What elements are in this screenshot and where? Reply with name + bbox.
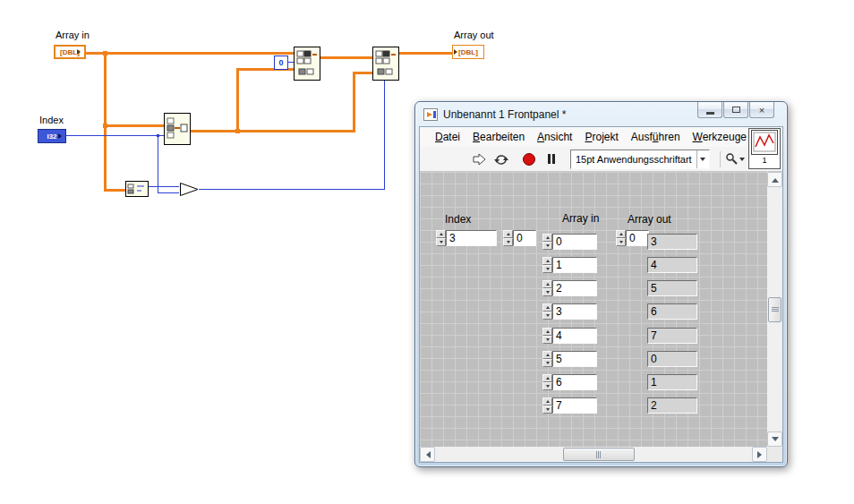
labview-app-icon[interactable] [423,108,438,121]
scroll-left-button[interactable] [420,447,435,462]
increment-icon[interactable] [542,397,552,406]
increment-icon[interactable] [503,230,513,238]
increment-icon[interactable] [616,230,626,238]
font-selector[interactable]: 15pt Anwendungsschriftart [570,149,710,169]
array-in-field[interactable]: 0 [552,234,597,250]
array-in-element-1[interactable]: 1 [542,257,597,273]
array-in-element-5[interactable]: 5 [542,351,597,367]
increment-icon[interactable] [542,328,552,336]
numeric-constant[interactable]: 0 [274,56,288,70]
array-in-field[interactable]: 1 [552,257,597,273]
close-button[interactable]: × [749,102,774,118]
decrement-icon[interactable] [542,336,552,344]
array-in-element-3[interactable]: 3 [542,303,597,320]
element-spinner[interactable] [542,351,552,367]
maximize-button[interactable] [723,102,748,118]
increment-icon[interactable] [542,280,552,288]
decrement-icon[interactable] [542,382,552,390]
index-spinner[interactable] [436,230,446,246]
horizontal-scroll-thumb[interactable] [563,448,635,461]
scroll-down-button[interactable] [767,431,782,447]
scroll-right-button[interactable] [752,447,767,462]
increment-icon[interactable] [542,257,552,265]
element-spinner[interactable] [542,303,552,320]
pause-button[interactable] [541,149,561,168]
wire-index-main[interactable] [66,135,164,136]
wire-up-to-node-c[interactable] [353,72,355,132]
array-in-field[interactable]: 3 [552,303,597,320]
increment-icon[interactable] [542,303,552,312]
wire-index-to-triangle[interactable] [158,192,179,193]
decrement-icon[interactable] [542,265,552,273]
element-spinner[interactable] [542,374,552,390]
menu-ausfuehren[interactable]: Ausführen [625,129,687,145]
element-spinner[interactable] [542,257,552,273]
wire-up-to-node-c-int[interactable] [384,81,385,190]
element-spinner[interactable] [542,280,552,296]
array-in-index-field[interactable]: 0 [513,230,536,246]
array-in-element-4[interactable]: 4 [542,328,597,344]
abort-button[interactable] [518,149,539,168]
decrement-icon[interactable] [503,238,513,246]
decrement-icon[interactable] [542,312,552,320]
array-size-node[interactable] [125,181,149,201]
array-out-index-spinner[interactable] [616,230,626,246]
array-subset-node[interactable] [164,113,191,149]
array-in-element-2[interactable]: 2 [542,280,597,296]
wire-into-node-c[interactable] [353,72,372,74]
wire-index-branch[interactable] [158,135,158,193]
array-in-element-7[interactable]: 7 [542,397,597,414]
array-in-field[interactable]: 2 [552,280,597,296]
wire-subset-up[interactable] [236,68,239,132]
array-in-element-0[interactable]: 0 [542,234,597,250]
index-control[interactable]: 3 [436,230,497,246]
vi-icon[interactable]: 1 [748,128,781,169]
chevron-down-icon[interactable] [696,150,709,168]
vertical-scrollbar[interactable] [767,172,782,447]
increment-icon[interactable] [542,234,552,242]
array-in-field[interactable]: 4 [552,328,597,344]
increment-icon[interactable] [542,374,552,382]
wire-array-main[interactable] [86,52,294,55]
decrement-icon[interactable] [542,406,552,414]
decrement-icon[interactable] [616,238,626,246]
element-spinner[interactable] [542,234,552,250]
menu-projekt[interactable]: Projekt [578,129,624,145]
increment-icon[interactable] [542,351,552,359]
menu-bearbeiten[interactable]: Bearbeiten [466,129,531,145]
scroll-up-button[interactable] [767,172,782,187]
array-in-index-display[interactable]: 0 [503,230,536,246]
increment-node[interactable] [179,182,201,201]
menu-ansicht[interactable]: Ansicht [531,129,578,145]
run-button[interactable] [468,149,489,168]
menu-werkzeuge[interactable]: Werkzeuge [687,129,753,145]
wire-subset-right[interactable] [236,130,355,132]
wire-node-b-to-c[interactable] [320,56,372,59]
wire-subset-out[interactable] [191,130,240,132]
run-continuous-button[interactable] [491,149,511,168]
increment-icon[interactable] [436,230,446,238]
index-terminal[interactable]: I32 [38,129,66,143]
array-in-field[interactable]: 7 [552,397,597,414]
wire-array-branch-vertical[interactable] [104,52,107,192]
align-search-button[interactable] [725,149,746,168]
decrement-icon[interactable] [436,238,446,246]
wire-array-to-subset[interactable] [104,124,164,127]
menu-datei[interactable]: Datei [429,129,466,145]
array-in-index-spinner[interactable] [503,230,513,246]
array-out-terminal[interactable]: [DBL] [452,45,484,59]
element-spinner[interactable] [542,328,552,344]
title-bar[interactable]: Unbenannt 1 Frontpanel * × [415,102,787,126]
element-spinner[interactable] [542,397,552,414]
array-in-field[interactable]: 5 [552,351,597,367]
index-value-field[interactable]: 3 [446,230,497,246]
horizontal-scrollbar[interactable] [420,447,767,462]
vertical-scroll-thumb[interactable] [768,297,781,322]
decrement-icon[interactable] [542,359,552,367]
wire-triangle-out[interactable] [199,189,385,190]
array-function-node-c[interactable] [372,47,399,84]
array-in-field[interactable]: 6 [552,374,597,390]
decrement-icon[interactable] [542,242,552,250]
array-function-node-b[interactable] [294,47,320,84]
wire-size-to-triangle[interactable] [149,186,179,187]
